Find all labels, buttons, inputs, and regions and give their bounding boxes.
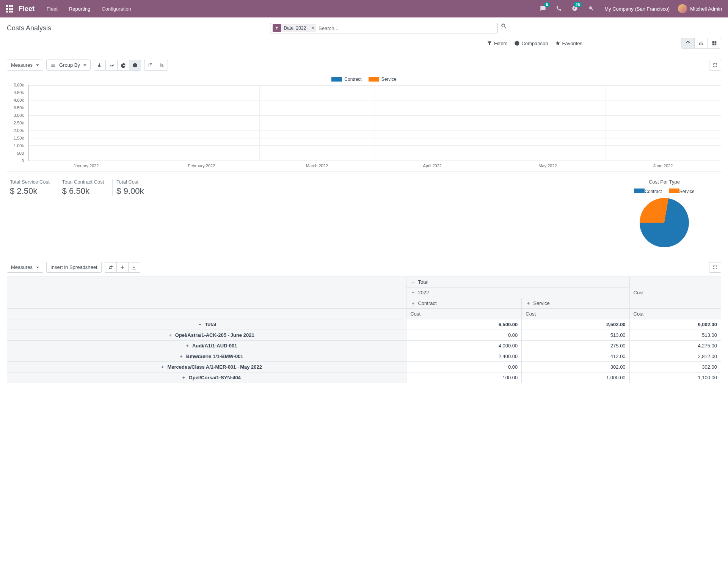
pivot-actions [105,262,140,273]
comparison-button[interactable]: Comparison [514,41,548,46]
x-tick: February 2022 [144,161,259,171]
x-tick: April 2022 [375,161,490,171]
search-box[interactable]: Date: 2022 × [270,23,497,33]
row-label[interactable]: +Mercedes/Class A/1-MER-001 · May 2022 [7,362,406,372]
expand-icon[interactable]: + [526,300,531,306]
nav-configuration[interactable]: Configuration [99,5,134,13]
expand-icon[interactable]: + [160,364,165,370]
cell: 1,000.00 [522,372,629,383]
download-button[interactable] [128,262,140,273]
expand-chart-button[interactable] [709,60,721,71]
table-row: +Opel/Corsa/1-SYN-404100.001,000.001,100… [7,372,721,383]
nav-fleet[interactable]: Fleet [44,5,61,13]
wrench-icon [588,5,594,11]
messaging-icon[interactable]: 5 [538,5,548,13]
expand-icon[interactable]: + [179,353,184,359]
expand-all-button[interactable] [116,262,128,273]
sort-asc-button[interactable] [156,60,168,71]
bar-column [144,85,259,161]
call-icon[interactable] [554,5,564,13]
sort-desc-icon [147,63,153,68]
cell: 0.00 [406,362,522,372]
page-title: Costs Analysis [7,24,51,32]
pivot-measures-button[interactable]: Measures [7,262,43,273]
legend-service: Service [369,77,397,82]
phone-icon [556,5,562,11]
subheader: Filters Comparison Favorites [0,36,728,54]
x-axis: January 2022February 2022March 2022April… [7,161,721,171]
cell: 0.00 [406,330,522,341]
pivot-toolbar: Measures Insert in Spreadsheet [0,258,728,277]
measures-button[interactable]: Measures [7,60,43,71]
insert-spreadsheet-button[interactable]: Insert in Spreadsheet [46,262,102,273]
expand-icon [712,63,718,68]
row-label[interactable]: +Audi/A1/1-AUD-001 [7,341,406,351]
cell: 4,275.00 [629,341,721,351]
sort-desc-button[interactable] [144,60,156,71]
search-input[interactable] [318,25,494,31]
col-total-cost: Cost [629,309,721,319]
collapse-icon[interactable]: − [410,290,416,295]
flip-axis-button[interactable] [105,262,116,273]
view-pivot[interactable] [708,38,721,48]
pie-chart-button[interactable] [117,60,129,71]
stacked-button[interactable] [129,60,141,71]
row-label[interactable]: +Opel/Astra/1-ACK-205 · June 2021 [7,330,406,341]
row-label[interactable]: +Opel/Corsa/1-SYN-404 [7,372,406,383]
expand-icon[interactable]: + [181,375,187,380]
pie-icon [121,63,126,68]
user-menu[interactable]: Mitchell Admin [678,4,722,13]
col-year[interactable]: −2022 [406,288,629,298]
pivot-empty [7,309,406,319]
group-by-button[interactable]: Group By [46,60,91,71]
col-total[interactable]: −Total [406,277,629,288]
expand-icon [712,265,718,270]
col-grand-cost: Cost [629,277,721,309]
kpi-total: Total Cost $ 9.00k [112,179,152,196]
col-contract-cost: Cost [406,309,522,319]
bar-column [375,85,490,161]
collapse-icon[interactable]: − [197,322,202,327]
col-contract[interactable]: +Contract [406,298,522,309]
favorites-button[interactable]: Favorites [555,41,582,46]
bar-column [490,85,606,161]
view-dashboard[interactable] [681,38,695,48]
expand-icon[interactable]: + [185,343,190,349]
expand-icon[interactable]: + [410,300,416,306]
expand-icon[interactable]: + [168,332,173,338]
kpi-contract: Total Contract Cost $ 6.50k [58,179,113,196]
cell: 302.00 [629,362,721,372]
row-label[interactable]: +Bmw/Serie 1/1-BMW-001 [7,351,406,362]
view-switcher [681,38,721,49]
cell: 4,000.00 [406,341,522,351]
table-row: +Audi/A1/1-AUD-0014,000.00275.004,275.00 [7,341,721,351]
pie-block: Cost Per Type Contract Service [607,179,721,247]
view-graph[interactable] [695,38,708,48]
facet-remove[interactable]: × [309,24,316,32]
cell: 513.00 [522,330,629,341]
cell: 6,500.00 [406,319,522,330]
cell: 100.00 [406,372,522,383]
row-total-label[interactable]: −Total [7,319,406,330]
nav-reporting[interactable]: Reporting [66,5,93,13]
debug-icon[interactable] [585,5,596,13]
activities-icon[interactable]: 25 [570,5,580,13]
bars-icon [698,41,704,46]
apps-icon[interactable] [6,5,13,13]
pivot-table: −Total Cost −2022 +Contract +Service Cos… [7,277,721,383]
col-service[interactable]: +Service [522,298,629,309]
line-chart-button[interactable] [105,60,117,71]
brand[interactable]: Fleet [19,5,35,13]
chart-type-group [94,60,141,71]
company-switcher[interactable]: My Company (San Francisco) [601,6,673,12]
expand-pivot-button[interactable] [709,262,721,273]
topbar: Fleet Fleet Reporting Configuration 5 25… [0,0,728,17]
collapse-icon[interactable]: − [410,279,416,285]
cell: 2,400.00 [406,351,522,362]
bar-chart-button[interactable] [94,60,105,71]
cell: 2,812.00 [629,351,721,362]
chart-area: Contract Service 05001.00k1.50k2.00k2.50… [0,76,728,171]
search-icon[interactable] [500,23,507,30]
avatar [678,4,687,13]
filters-button[interactable]: Filters [487,41,507,46]
